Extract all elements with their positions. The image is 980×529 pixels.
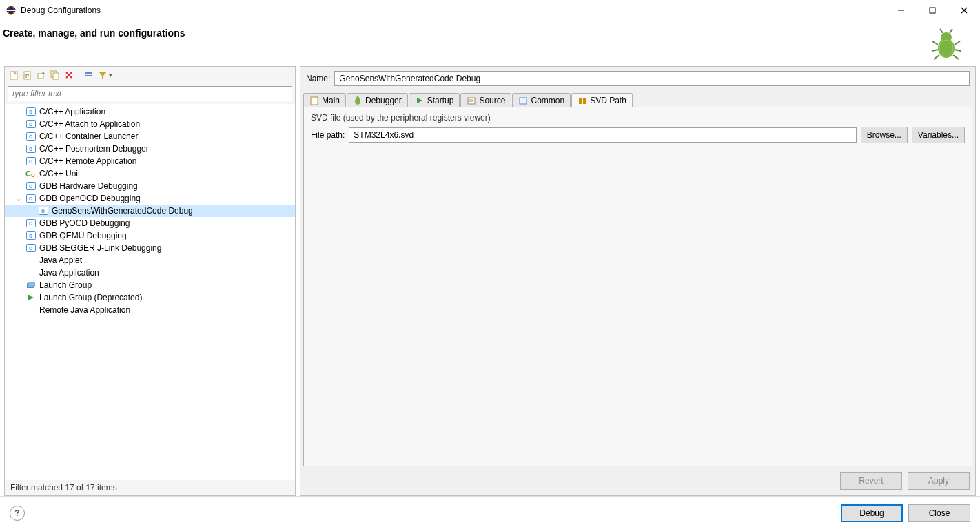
tree-item-remote-java-application[interactable]: Remote Java Application [5,304,295,316]
tree-item-label: Java Applet [39,256,82,265]
apply-button[interactable]: Apply [908,472,970,490]
svg-rect-62 [579,98,582,104]
c-app-icon: c [25,131,37,142]
close-dialog-button[interactable]: Close [908,504,970,522]
svg-rect-28 [85,75,92,76]
close-button[interactable] [948,0,980,21]
svg-line-9 [932,41,938,45]
svg-rect-27 [85,72,92,74]
new-prototype-button[interactable]: P [21,69,34,81]
tab-debugger[interactable]: Debugger [347,93,408,107]
svg-text:P: P [25,73,29,79]
new-config-button[interactable] [8,69,20,81]
tree-item-label: GDB Hardware Debugging [39,181,138,191]
svg-text:C: C [25,169,31,178]
tree-item-label: C/C++ Unit [39,169,80,178]
svg-text:c: c [29,108,32,115]
tree-item-c-c-attach-to-application[interactable]: cC/C++ Attach to Application [5,118,295,130]
c-app-icon: c [38,205,49,216]
tree-item-gdb-openocd-debugging[interactable]: ⌄cGDB OpenOCD Debugging [5,192,295,205]
svg-line-15 [940,29,943,33]
tree-item-label: Java Application [39,268,99,278]
config-tree[interactable]: cC/C++ ApplicationcC/C++ Attach to Appli… [5,104,295,480]
window-title: Debug Configurations [21,6,885,15]
tree-item-gdb-segger-j-link-debugging[interactable]: cGDB SEGGER J-Link Debugging [5,242,295,254]
svg-text:c: c [29,183,32,189]
dialog-heading: Create, manage, and run configurations [3,28,929,39]
c-app-icon: c [25,156,37,167]
collapse-all-button[interactable] [83,69,95,81]
launch-group-icon [25,280,37,291]
svg-rect-55 [311,97,318,105]
tree-item-label: C/C++ Remote Application [39,156,136,166]
tree-item-gdb-qemu-debugging[interactable]: cGDB QEMU Debugging [5,229,295,242]
dialog-footer: ? Debug Close [0,496,980,529]
tree-item-c-c-postmortem-debugger[interactable]: cC/C++ Postmortem Debugger [5,143,295,155]
c-app-icon: c [25,118,37,129]
tree-item-gdb-pyocd-debugging[interactable]: cGDB PyOCD Debugging [5,217,295,229]
variables-button[interactable]: Variables... [912,127,965,143]
revert-apply-row: Revert Apply [300,469,975,495]
none-icon [25,255,37,266]
filepath-input[interactable] [349,127,856,143]
c-app-icon: c [25,193,37,204]
tree-item-java-application[interactable]: Java Application [5,267,295,279]
duplicate-button[interactable] [49,69,61,81]
tree-item-label: C/C++ Application [39,107,105,116]
name-input[interactable] [334,71,970,86]
tree-item-c-c-unit[interactable]: CUC/C++ Unit [5,167,295,180]
svg-line-16 [950,29,952,33]
tree-item-genosenswithgeneratedcode-debug[interactable]: cGenoSensWithGeneratedCode Debug [5,205,295,217]
left-panel: P ▾ cC/C++ ApplicationcC/C++ Attach to A… [4,66,296,496]
tree-item-label: GDB SEGGER J-Link Debugging [39,243,161,253]
collapse-icon[interactable]: ⌄ [14,195,23,203]
tab-svd[interactable]: SVD Path [571,93,633,107]
svg-text:c: c [29,133,32,140]
svg-text:U: U [31,172,35,178]
tab-main[interactable]: Main [303,93,346,107]
svg-text:c: c [29,220,32,227]
revert-button[interactable]: Revert [840,472,902,490]
tree-item-label: GenoSensWithGeneratedCode Debug [52,206,193,216]
tree-item-java-applet[interactable]: Java Applet [5,254,295,267]
help-icon[interactable]: ? [10,506,25,521]
tab-common[interactable]: Common [512,93,571,107]
filter-dropdown-icon[interactable]: ▾ [109,72,112,79]
tree-item-gdb-hardware-debugging[interactable]: cGDB Hardware Debugging [5,180,295,192]
tree-item-launch-group[interactable]: Launch Group [5,279,295,291]
debug-bug-icon [929,28,963,62]
config-toolbar: P ▾ [5,67,295,83]
tab-source[interactable]: Source [460,93,511,107]
svg-rect-61 [520,98,527,104]
svg-line-14 [953,55,959,59]
startup-tab-icon [415,96,425,105]
tree-item-c-c-container-launcher[interactable]: cC/C++ Container Launcher [5,130,295,143]
main-tab-icon [309,96,319,105]
tab-label: Source [479,96,505,105]
delete-button[interactable] [63,69,75,81]
filter-button[interactable] [96,69,109,81]
svg-line-13 [955,50,961,51]
common-tab-icon [518,96,528,105]
svg-text:c: c [29,232,32,239]
svg-rect-4 [930,8,935,13]
svg-text:c: c [29,195,32,202]
window-controls [885,0,980,21]
browse-button[interactable]: Browse... [861,127,908,143]
svg-text:c: c [29,158,32,165]
maximize-button[interactable] [917,0,948,21]
tree-item-launch-group-deprecated-[interactable]: Launch Group (Deprecated) [5,291,295,304]
export-button[interactable] [35,69,48,81]
tree-item-c-c-application[interactable]: cC/C++ Application [5,105,295,118]
filter-input[interactable] [8,86,292,101]
svg-line-10 [932,50,938,51]
tree-item-c-c-remote-application[interactable]: cC/C++ Remote Application [5,155,295,167]
debug-button[interactable]: Debug [841,504,903,522]
minimize-button[interactable] [885,0,917,21]
svg-rect-63 [583,98,586,104]
svg-text:c: c [29,245,32,251]
main-split: P ▾ cC/C++ ApplicationcC/C++ Attach to A… [0,66,980,496]
c-app-icon: c [25,180,37,191]
tab-label: Common [531,96,564,105]
tab-startup[interactable]: Startup [409,93,460,107]
